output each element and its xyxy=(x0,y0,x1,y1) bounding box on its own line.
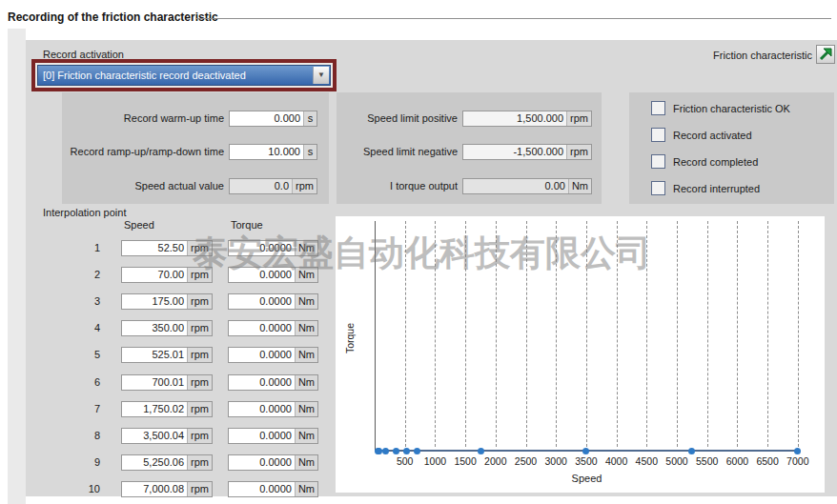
field-unit: s xyxy=(303,145,316,159)
record-activation-highlight-box: [0] Friction characteristic record deact… xyxy=(31,59,337,91)
interpolation-point-number: 6 xyxy=(43,376,100,388)
field-value: 525.01 xyxy=(122,348,187,362)
field-value: 5,250.06 xyxy=(122,455,187,470)
field-value: 1,750.02 xyxy=(122,402,187,416)
speed-field-row-7[interactable]: 1,750.02rpm xyxy=(121,401,213,417)
x-axis-label: Speed xyxy=(375,473,799,484)
speed-limit-positive-field[interactable]: 1,500.000 rpm xyxy=(462,111,592,127)
field-value: 700.01 xyxy=(122,375,187,390)
interpolation-point-number: 7 xyxy=(43,403,100,414)
field-unit: Nm xyxy=(295,429,317,443)
record-activation-dropdown[interactable]: [0] Friction characteristic record deact… xyxy=(37,65,331,86)
speed-actual-value-label: Speed actual value xyxy=(67,180,224,192)
chart-gridline xyxy=(737,221,738,447)
field-value: 3,500.04 xyxy=(122,429,187,443)
chart-gridline xyxy=(767,221,768,447)
chart-gridline xyxy=(798,221,799,447)
diagonal-arrow-icon xyxy=(817,50,834,66)
friction-characteristic-button[interactable] xyxy=(816,45,835,64)
field-unit: Nm xyxy=(295,402,317,416)
interpolation-point-number: 2 xyxy=(43,269,100,280)
chart-data-point xyxy=(376,448,382,454)
interpolation-point-number: 10 xyxy=(43,483,100,494)
friction-characteristic-screen: Recording of the friction characteristic… xyxy=(0,0,837,504)
speed-limit-negative-field[interactable]: -1,500.000 rpm xyxy=(462,144,592,160)
speed-field-row-10[interactable]: 7,000.08rpm xyxy=(121,481,213,497)
speed-field-row-9[interactable]: 5,250.06rpm xyxy=(121,454,213,471)
page-title: Recording of the friction characteristic xyxy=(8,10,218,24)
record-warm-up-time-label: Record warm-up time xyxy=(67,112,224,124)
speed-field-row-3[interactable]: 175.00rpm xyxy=(121,293,213,310)
field-unit: s xyxy=(303,111,316,126)
chart-data-point xyxy=(403,448,410,454)
status-label: Record completed xyxy=(673,156,758,168)
chart-data-point xyxy=(382,448,389,454)
speed-column-header: Speed xyxy=(124,219,154,231)
chart-gridline xyxy=(677,221,678,447)
torque-output-field: 0.00 Nm xyxy=(462,178,592,194)
status-lamp-icon xyxy=(651,101,665,115)
torque-field-row-5[interactable]: 0.0000Nm xyxy=(228,347,318,363)
left-margin-strip xyxy=(8,29,26,504)
speed-limit-negative-label: Speed limit negative xyxy=(324,146,458,157)
record-ramp-time-field[interactable]: 10.000 s xyxy=(229,144,317,160)
status-row-friction-characteristic-ok: Friction characteristic OK xyxy=(651,101,790,115)
speed-field-row-5[interactable]: 525.01rpm xyxy=(121,347,213,363)
status-row-record-interrupted: Record interrupted xyxy=(651,181,790,195)
title-divider xyxy=(196,18,831,19)
field-value: 0.000 xyxy=(230,111,303,126)
field-unit: rpm xyxy=(187,348,212,362)
torque-field-row-4[interactable]: 0.0000Nm xyxy=(228,320,318,336)
field-unit: Nm xyxy=(568,179,591,193)
interpolation-point-number: 9 xyxy=(43,456,100,468)
field-value: 0.0 xyxy=(230,179,292,193)
field-unit: Nm xyxy=(295,321,317,335)
field-unit: rpm xyxy=(187,375,212,390)
torque-field-row-9[interactable]: 0.0000Nm xyxy=(228,454,318,471)
field-value: 0.0000 xyxy=(229,482,295,496)
speed-field-row-4[interactable]: 350.00rpm xyxy=(121,320,213,336)
chart-data-point xyxy=(582,448,589,454)
torque-field-row-7[interactable]: 0.0000Nm xyxy=(228,401,318,417)
interpolation-point-number: 4 xyxy=(43,322,100,333)
speed-field-row-6[interactable]: 700.01rpm xyxy=(121,374,213,391)
field-value: 70.00 xyxy=(122,268,187,282)
torque-field-row-8[interactable]: 0.0000Nm xyxy=(228,428,318,444)
field-value: 0.0000 xyxy=(229,429,295,443)
field-value: 10.000 xyxy=(230,145,303,159)
speed-field-row-8[interactable]: 3,500.04rpm xyxy=(121,428,213,444)
field-unit: Nm xyxy=(295,455,317,470)
field-value: 0.0000 xyxy=(229,321,295,335)
field-value: 350.00 xyxy=(122,321,187,335)
x-tick-label: 7000 xyxy=(777,455,819,467)
field-value: 0.0000 xyxy=(229,402,295,416)
field-unit: rpm xyxy=(187,321,212,335)
status-lamp-icon xyxy=(651,154,665,169)
chevron-down-icon[interactable]: ▼ xyxy=(313,67,329,84)
field-value: 1,500.000 xyxy=(463,111,566,126)
field-unit: Nm xyxy=(295,482,317,496)
y-axis-label: Torque xyxy=(344,310,357,367)
status-lamp-icon xyxy=(651,181,665,195)
torque-field-row-6[interactable]: 0.0000Nm xyxy=(228,374,318,391)
watermark-text: 泰安宏盛自动化科技有限公司 xyxy=(193,230,651,277)
status-label: Record interrupted xyxy=(673,183,760,194)
torque-field-row-3[interactable]: 0.0000Nm xyxy=(228,293,318,310)
chart-data-point xyxy=(414,448,420,454)
field-value: 7,000.08 xyxy=(122,482,187,496)
field-value: 175.00 xyxy=(122,294,187,309)
torque-field-row-10[interactable]: 0.0000Nm xyxy=(228,481,318,497)
field-unit: rpm xyxy=(566,145,591,159)
field-unit: Nm xyxy=(295,375,317,390)
field-value: -1,500.000 xyxy=(463,145,566,159)
field-value: 0.00 xyxy=(463,179,568,193)
field-unit: rpm xyxy=(187,429,212,443)
field-unit: rpm xyxy=(187,455,212,470)
interpolation-point-header: Interpolation point xyxy=(43,207,112,218)
chart-data-point xyxy=(794,448,801,454)
field-unit: rpm xyxy=(187,482,212,496)
interpolation-point-number: 1 xyxy=(43,242,100,253)
record-warm-up-time-field[interactable]: 0.000 s xyxy=(229,111,317,127)
status-row-record-activated: Record activated xyxy=(651,128,790,142)
record-ramp-time-label: Record ramp-up/ramp-down time xyxy=(67,146,224,157)
